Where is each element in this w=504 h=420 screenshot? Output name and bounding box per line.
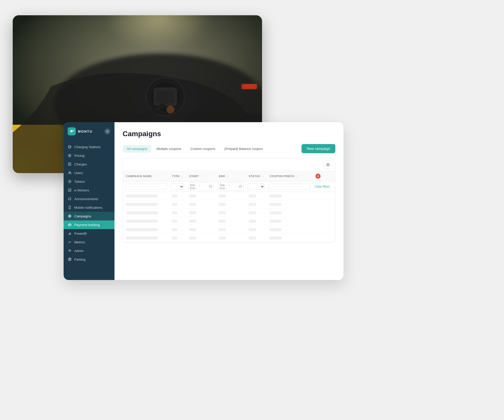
table-row — [123, 234, 335, 242]
filter-date-end[interactable]: Star... → End... — [218, 183, 243, 191]
sidebar-item-payment-tracking[interactable]: Payment tracking — [64, 220, 114, 229]
sidebar-item-charges[interactable]: Charges — [64, 160, 114, 169]
filter-cell-end: Star... → End... — [216, 181, 246, 192]
skeleton-cell — [249, 211, 256, 214]
filter-input-campaign-name[interactable] — [125, 184, 167, 190]
skeleton-cell — [189, 236, 196, 240]
sidebar-label-parking: Parking — [74, 258, 85, 261]
skeleton-cell — [189, 220, 196, 223]
remove-column-button[interactable] — [315, 174, 321, 179]
col-campaign-name: CAMPAIGN NAME ↕ — [123, 171, 169, 181]
skeleton-cell — [172, 220, 178, 223]
table-settings-button[interactable] — [324, 161, 332, 169]
skeleton-cell — [126, 203, 158, 206]
campaigns-table: CAMPAIGN NAME ↕ TYPE ↕ START ↑ END — [123, 171, 335, 242]
announcements-icon — [68, 197, 72, 201]
skeleton-cell — [249, 228, 256, 231]
sidebar-item-admin[interactable]: Admin — [64, 246, 114, 255]
sidebar-collapse-button[interactable] — [104, 128, 110, 134]
tab-all-campaigns[interactable]: All campaigns — [123, 145, 151, 153]
filter-input-coupon-prefix[interactable] — [269, 184, 310, 190]
sidebar-label-tokens: Tokens — [74, 180, 85, 184]
table-row — [123, 209, 335, 217]
table-filter-row: Star... → End... Star... → End... — [123, 181, 335, 192]
skeleton-cell — [126, 220, 158, 223]
tab-custom-coupons[interactable]: Custom coupons — [186, 145, 220, 153]
sidebar-item-campaigns[interactable]: Campaigns — [64, 212, 114, 220]
logo-icon — [68, 127, 76, 135]
skeleton-cell — [189, 228, 196, 231]
skeleton-cell — [249, 236, 256, 240]
page-title: Campaigns — [123, 130, 335, 138]
filter-cell-status — [246, 181, 267, 192]
skeleton-cell — [249, 220, 256, 223]
col-status: STATUS ↕ — [246, 171, 267, 181]
sidebar-label-charging-stations: Charging Stations — [74, 145, 100, 149]
sort-icon-start[interactable]: ↑ — [201, 175, 202, 178]
sort-icon-coupon-prefix[interactable]: ↕ — [296, 175, 298, 178]
clear-filters-button[interactable]: Clear filters — [314, 185, 333, 188]
skeleton-cell — [270, 228, 282, 231]
skeleton-cell — [126, 236, 158, 240]
sort-icon-type[interactable]: ↕ — [182, 175, 183, 178]
charging-station-icon — [68, 145, 72, 149]
payment-icon — [68, 223, 72, 227]
sort-icon-campaign-name[interactable]: ↕ — [154, 175, 155, 178]
sidebar-item-parking[interactable]: Parking — [64, 255, 114, 264]
col-start: START ↑ — [186, 171, 216, 181]
sidebar-item-metrics[interactable]: Metrics — [64, 238, 114, 246]
sidebar-label-metrics: Metrics — [74, 240, 85, 244]
calendar-icon-end — [239, 185, 242, 188]
tab-multiple-coupons[interactable]: Multiple coupons — [152, 145, 185, 153]
sidebar-item-mobile-notifications[interactable]: Mobile notifications — [64, 203, 114, 212]
svg-rect-28 — [69, 233, 70, 235]
tokens-icon — [68, 179, 72, 184]
new-campaign-button[interactable]: New campaign — [301, 144, 335, 153]
svg-point-18 — [69, 172, 70, 173]
tabs-container: All campaigns Multiple coupons Custom co… — [123, 145, 267, 153]
tab-balance-coupon[interactable]: {Prepaid} Balance coupon — [220, 145, 267, 153]
skeleton-cell — [219, 220, 226, 223]
sidebar-label-mobile-notifications: Mobile notifications — [74, 206, 103, 209]
charges-icon — [68, 162, 72, 166]
filter-select-type[interactable] — [171, 183, 184, 190]
skeleton-cell — [219, 194, 226, 198]
skeleton-cell — [172, 228, 178, 231]
skeleton-cell — [126, 211, 158, 214]
date-filter-end-text: Star... → End... — [220, 184, 238, 190]
filter-cell-campaign-name — [123, 181, 169, 192]
sidebar-item-tokens[interactable]: Tokens — [64, 177, 114, 186]
svg-point-24 — [69, 216, 70, 217]
sidebar-label-e-stickers: e-Stickers — [74, 188, 89, 192]
skeleton-cell — [219, 236, 226, 240]
sidebar-label-announcements: Announcements — [74, 197, 98, 201]
campaigns-table-container: CAMPAIGN NAME ↕ TYPE ↕ START ↑ END — [123, 158, 335, 243]
table-row — [123, 200, 335, 209]
sidebar-item-charging-stations[interactable]: Charging Stations — [64, 143, 114, 151]
sidebar-item-users[interactable]: Users — [64, 169, 114, 177]
col-end: END ↕ — [216, 171, 246, 181]
pricing-icon — [68, 153, 72, 158]
sidebar-item-pricing[interactable]: Pricing — [64, 151, 114, 160]
sort-icon-status[interactable]: ↕ — [262, 175, 264, 178]
sidebar-item-powerbi[interactable]: PowerBI — [64, 229, 114, 238]
sidebar-item-announcements[interactable]: Announcements — [64, 194, 114, 203]
skeleton-cell — [172, 236, 178, 240]
skeleton-cell — [189, 211, 196, 214]
calendar-icon-start — [209, 185, 212, 188]
metrics-icon — [68, 240, 72, 244]
sort-icon-end[interactable]: ↕ — [227, 175, 229, 178]
sidebar-item-e-stickers[interactable]: e-Stickers — [64, 186, 114, 194]
svg-point-31 — [327, 164, 329, 165]
filter-select-status[interactable] — [248, 183, 265, 190]
sidebar-logo-text: MONTU — [78, 130, 93, 133]
filter-date-start[interactable]: Star... → End... — [188, 183, 214, 191]
svg-point-22 — [69, 208, 70, 209]
tabs-row: All campaigns Multiple coupons Custom co… — [123, 144, 335, 153]
table-row — [123, 192, 335, 200]
sidebar-label-users: Users — [74, 171, 83, 175]
svg-rect-33 — [239, 186, 242, 188]
sidebar-label-campaigns: Campaigns — [74, 214, 91, 218]
campaigns-icon — [68, 214, 72, 218]
skeleton-cell — [172, 211, 178, 214]
